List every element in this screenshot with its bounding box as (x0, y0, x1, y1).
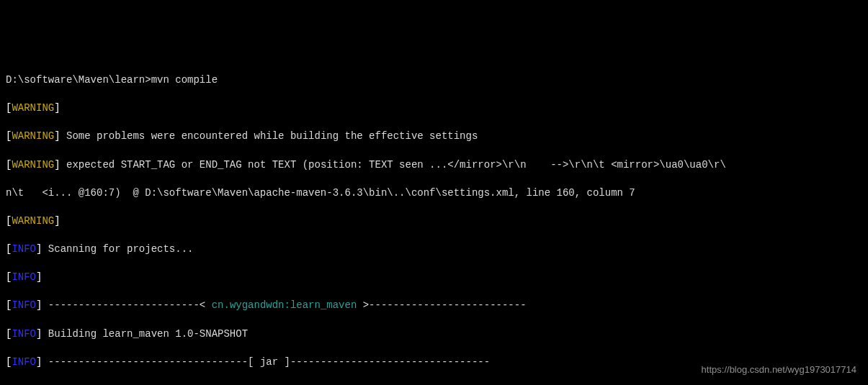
log-line: [WARNING] (6, 101, 862, 116)
log-line: [WARNING] (6, 214, 862, 229)
log-line: [WARNING] expected START_TAG or END_TAG … (6, 158, 862, 173)
watermark: https://blog.csdn.net/wyg1973017714 (702, 363, 856, 376)
terminal-output: D:\software\Maven\learn>mvn compile [WAR… (6, 59, 862, 385)
command-prompt: D:\software\Maven\learn>mvn compile (6, 73, 862, 88)
log-line: [INFO] Building learn_maven 1.0-SNAPSHOT (6, 327, 862, 342)
log-line: n\t <i... @160:7) @ D:\software\Maven\ap… (6, 186, 862, 201)
log-line: [INFO] (6, 271, 862, 285)
log-line: [INFO] Scanning for projects... (6, 243, 862, 257)
log-line: [INFO] -------------------------< cn.wyg… (6, 299, 862, 313)
log-line: [WARNING] Some problems were encountered… (6, 130, 862, 144)
